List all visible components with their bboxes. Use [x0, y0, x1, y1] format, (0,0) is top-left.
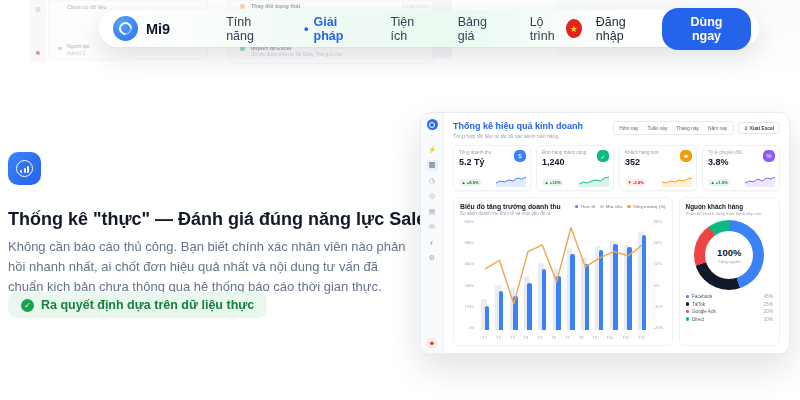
clock-icon[interactable]: ◷ — [427, 175, 438, 186]
moon-icon[interactable]: ◐ — [427, 237, 438, 248]
nav-item-label: Bảng giá — [458, 15, 500, 43]
export-label: Xuất Excel — [750, 126, 774, 131]
filter-nam-nay[interactable]: Năm nay — [704, 124, 731, 133]
chart-title: Biểu đồ tăng trưởng doanh thu — [460, 203, 561, 210]
legend-value: 45% — [764, 294, 773, 299]
legend-label: Thực tế — [580, 204, 595, 209]
check-circle-icon[interactable]: ◎ — [427, 191, 438, 202]
legend-label: Facebook — [692, 294, 712, 299]
active-bullet-icon: • — [304, 22, 309, 35]
collapse-chevron-icon[interactable]: › — [431, 132, 433, 138]
brand-name: Mi9 — [146, 21, 170, 37]
bg-activity-time: 1 ngày trước — [402, 4, 428, 9]
legend-muc-tieu: Mục tiêu — [600, 204, 622, 209]
x-tick: T6 — [551, 335, 556, 340]
donut-legend: Facebook45%TikTok25%Google Ads20%Direct1… — [686, 294, 773, 322]
check-icon: ✓ — [21, 299, 34, 312]
legend-dot — [575, 205, 579, 209]
filter-hom-nay[interactable]: Hôm nay — [615, 124, 642, 133]
nav-item-lo-trinh[interactable]: Lộ trình — [530, 15, 566, 43]
brand-logo[interactable]: Mi9 — [113, 16, 170, 41]
benefit-badge-label: Ra quyết định dựa trên dữ liệu thực — [41, 298, 254, 312]
bar-chart-plot: 600tr480tr360tr240tr120tr0tr 30%20%10%0%… — [460, 219, 666, 340]
legend-label: Google Ads — [692, 309, 716, 314]
stat-delta-badge: ▲ +8.5% — [459, 179, 481, 186]
dashboard-sidebar: › ⚡▥◷◎▤✉◐⚙ ☻ — [421, 113, 444, 353]
x-tick: T3 — [510, 335, 515, 340]
gear-icon[interactable]: ⚙ — [427, 253, 438, 264]
feature-chart-icon — [8, 152, 41, 185]
bg-empty-state-text: Chưa có dữ liệu — [67, 4, 106, 10]
sparkline — [579, 176, 609, 187]
nav-item-tinh-nang[interactable]: Tính năng — [226, 15, 274, 43]
donut-chart: 100% Tổng nguồn — [694, 220, 764, 290]
y-tick: 120tr — [464, 304, 474, 309]
login-link[interactable]: Đăng nhập — [596, 15, 648, 43]
nav-item-bang-gia[interactable]: Bảng giá — [458, 15, 500, 43]
donut-subtitle: Phân bổ khách hàng theo kênh tiếp cận — [686, 211, 773, 216]
top-navigation-bar: Mi9 Tính năng•Giải phápTiện íchBảng giáL… — [99, 10, 759, 47]
bg-creator-value: Admin 1 — [67, 50, 85, 56]
legend-dot — [686, 310, 690, 314]
donut-legend-direct: Direct10% — [686, 317, 773, 322]
nav-item-giai-phap[interactable]: •Giải pháp — [304, 15, 360, 43]
filter-tuan-nay[interactable]: Tuần này — [644, 124, 672, 133]
y-tick: 0% — [654, 283, 666, 288]
vietnam-flag-icon[interactable]: ★ — [566, 19, 582, 38]
sparkline — [496, 176, 526, 187]
y-tick: -20% — [654, 325, 666, 330]
stat-icon: $ — [514, 150, 526, 162]
legend-dot — [627, 205, 631, 209]
sparkline — [745, 176, 775, 187]
mail-icon[interactable]: ✉ — [427, 222, 438, 233]
bolt-icon[interactable]: ⚡ — [427, 144, 438, 155]
nav-item-tien-ich[interactable]: Tiện ích — [390, 15, 427, 43]
x-tick: T4 — [524, 335, 529, 340]
calendar-icon[interactable]: ▤ — [427, 206, 438, 217]
legend-label: Direct — [692, 317, 704, 322]
background-sidebar-strip: ⚙ ☻ — [30, 0, 46, 62]
export-excel-button[interactable]: ⇩ Xuất Excel — [738, 122, 780, 134]
y-tick: 20% — [654, 240, 666, 245]
dashboard-title: Thống kê hiệu quả kinh doanh — [453, 121, 583, 131]
bg-activity-title: Thay đổi trạng thái — [251, 3, 300, 9]
legend-value: 20% — [764, 309, 773, 314]
status-dot — [240, 4, 245, 9]
nav-item-label: Giải pháp — [314, 15, 361, 43]
revenue-chart-panel: Biểu đồ tăng trưởng doanh thu So sánh do… — [453, 197, 673, 346]
legend-label: TikTok — [692, 302, 705, 307]
legend-value: 25% — [764, 302, 773, 307]
stats-row: Tổng doanh thu5.2 Tỷ▲ +8.5%$Đơn hàng thà… — [453, 145, 780, 191]
y-tick: -10% — [654, 304, 666, 309]
y-tick: 360tr — [464, 261, 474, 266]
dashboard-logo-icon[interactable] — [427, 119, 438, 130]
bar-chart-icon[interactable]: ▥ — [427, 160, 438, 171]
bg-import-desc: Dữ liệu được thêm từ file 'Data_Thang10.… — [251, 52, 343, 57]
legend-dot — [686, 317, 690, 321]
x-tick: T7 — [565, 335, 570, 340]
stat-delta-badge: ▼ -2.4% — [625, 179, 646, 186]
y-tick: 10% — [654, 261, 666, 266]
avatar[interactable]: ☻ — [427, 338, 437, 348]
stat-card-ty-le-chuyen-oi[interactable]: Tỷ lệ chuyển đổi3.8%▲ +1.5%% — [702, 145, 780, 191]
stat-icon: ☻ — [680, 150, 692, 162]
x-tick: T8 — [579, 335, 584, 340]
cta-button[interactable]: Dùng ngay — [662, 8, 751, 50]
date-filter-group: Hôm nayTuần nàyTháng nàyNăm nay — [613, 121, 734, 135]
stat-card-tong-doanh-thu[interactable]: Tổng doanh thu5.2 Tỷ▲ +8.5%$ — [453, 145, 531, 191]
donut-legend-tiktok: TikTok25% — [686, 302, 773, 307]
stat-card-on-hang-thanh-cong[interactable]: Đơn hàng thành công1,240▲ +12%✓ — [536, 145, 614, 191]
y-axis-left: 600tr480tr360tr240tr120tr0tr — [460, 219, 476, 330]
filter-thang-nay[interactable]: Tháng này — [672, 124, 703, 133]
stat-card-khach-hang-moi[interactable]: Khách hàng mới352▼ -2.4%☻ — [619, 145, 697, 191]
x-tick: T10 — [606, 335, 613, 340]
nav-right-group: ★ Đăng nhập Dùng ngay — [566, 8, 751, 50]
y-tick: 30% — [654, 219, 666, 224]
donut-center-label: Tổng nguồn — [718, 259, 741, 264]
chart-legend: Thực tếMục tiêuTăng trưởng (%) — [575, 204, 666, 209]
stat-icon: % — [763, 150, 775, 162]
bg-creator-label: Người tạo — [67, 43, 89, 49]
y-tick: 0tr — [469, 325, 474, 330]
dashboard-main: Thống kê hiệu quả kinh doanh Tổng hợp dữ… — [444, 113, 789, 353]
benefit-badge: ✓ Ra quyết định dựa trên dữ liệu thực — [8, 292, 267, 318]
